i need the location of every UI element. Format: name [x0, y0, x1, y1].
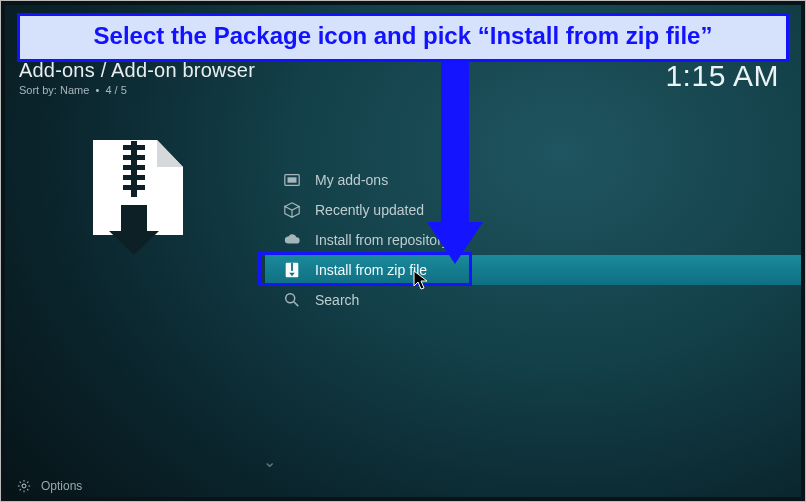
svg-rect-7 [123, 175, 131, 180]
svg-rect-5 [123, 165, 131, 170]
zip-icon [283, 261, 301, 279]
svg-rect-3 [123, 155, 131, 160]
addon-menu: My add-ons Recently updated Install from… [265, 165, 801, 315]
svg-rect-9 [123, 185, 131, 190]
menu-item-label: Install from zip file [315, 262, 427, 278]
svg-point-18 [22, 484, 26, 488]
svg-rect-4 [137, 155, 145, 160]
svg-line-23 [20, 482, 21, 483]
menu-item-label: Recently updated [315, 202, 424, 218]
chevron-down-icon: ⌄ [263, 452, 276, 471]
addons-icon [283, 171, 301, 189]
menu-item-label: Search [315, 292, 359, 308]
box-icon [283, 201, 301, 219]
svg-line-24 [27, 489, 28, 490]
menu-item-label: Install from repository [315, 232, 449, 248]
package-zip-icon [73, 135, 193, 255]
left-graphic-pane [5, 57, 245, 477]
options-button[interactable]: Options [41, 479, 82, 493]
svg-line-25 [20, 489, 21, 490]
instruction-text: Select the Package icon and pick “Instal… [94, 22, 713, 49]
svg-line-17 [294, 302, 299, 307]
clock: 1:15 AM [665, 59, 779, 93]
svg-line-26 [27, 482, 28, 483]
cloud-icon [283, 231, 301, 249]
svg-rect-1 [123, 145, 131, 150]
menu-item-install-from-repository[interactable]: Install from repository [265, 225, 801, 255]
svg-rect-13 [288, 177, 297, 182]
svg-rect-11 [121, 205, 147, 231]
menu-item-label: My add-ons [315, 172, 388, 188]
svg-rect-6 [137, 165, 145, 170]
svg-point-16 [286, 294, 295, 303]
svg-rect-0 [131, 141, 137, 197]
menu-item-install-from-zip-file[interactable]: Install from zip file [265, 255, 801, 285]
svg-rect-8 [137, 175, 145, 180]
instruction-banner: Select the Package icon and pick “Instal… [17, 13, 789, 62]
menu-item-recently-updated[interactable]: Recently updated [265, 195, 801, 225]
menu-item-my-addons[interactable]: My add-ons [265, 165, 801, 195]
svg-rect-10 [137, 185, 145, 190]
search-icon [283, 291, 301, 309]
menu-item-search[interactable]: Search [265, 285, 801, 315]
footer: Options [5, 475, 801, 497]
svg-rect-2 [137, 145, 145, 150]
svg-rect-15 [291, 263, 293, 271]
gear-icon[interactable] [17, 479, 31, 493]
